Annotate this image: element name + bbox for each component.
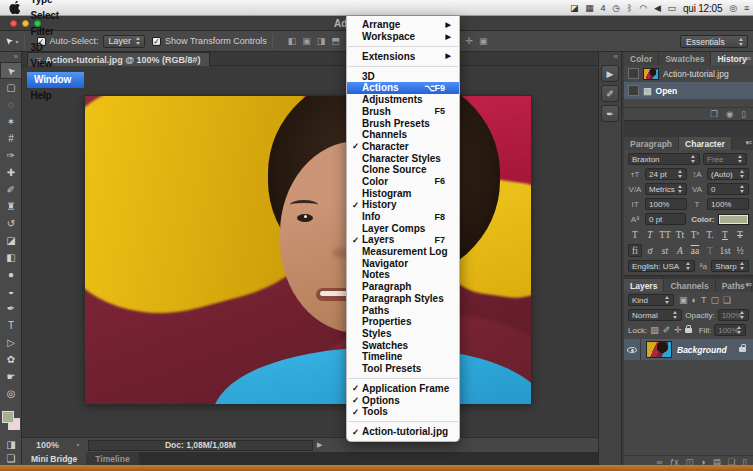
- menu-item-histogram[interactable]: Histogram: [347, 187, 459, 199]
- quick-selection-tool[interactable]: ✶: [0, 113, 22, 130]
- menu-item-properties[interactable]: Properties: [347, 316, 459, 328]
- path-selection-tool[interactable]: ▷: [0, 334, 22, 351]
- history-brush-tool[interactable]: ↺: [0, 215, 22, 232]
- pen-tool[interactable]: ✒: [0, 300, 22, 317]
- crop-tool[interactable]: #: [0, 130, 22, 147]
- menu-item-character[interactable]: ✓ Character: [347, 141, 459, 153]
- history-source-row[interactable]: Action-tutorial.jpg: [624, 65, 753, 82]
- menu-item-measurement-log[interactable]: Measurement Log: [347, 246, 459, 258]
- apple-menu[interactable]: [0, 1, 27, 14]
- menu-item-actions[interactable]: Actions ⌥F9: [347, 82, 459, 94]
- menu-item-color[interactable]: Color F6: [347, 176, 459, 188]
- menubar-clock[interactable]: qui 12:05: [683, 3, 722, 14]
- menu-type[interactable]: Type: [27, 0, 84, 8]
- faux-bold-button[interactable]: T: [628, 228, 642, 241]
- menu-item-application-frame[interactable]: ✓ Application Frame: [347, 383, 459, 395]
- current-tool-badge[interactable]: ➤ ▾: [5, 36, 19, 46]
- kerning-select[interactable]: Metrics: [645, 183, 687, 195]
- menu-item-navigator[interactable]: Navigator: [347, 257, 459, 269]
- menu-item-character-styles[interactable]: Character Styles: [347, 152, 459, 164]
- antialias-select[interactable]: Sharp: [711, 260, 749, 272]
- menu-item-channels[interactable]: Channels: [347, 129, 459, 141]
- auto-select-target-select[interactable]: Layer: [103, 35, 146, 48]
- menu-item-timeline[interactable]: Timeline: [347, 351, 459, 363]
- align-top-edges-icon[interactable]: ⬒: [331, 36, 340, 46]
- stylistic-alternates-button[interactable]: aa: [688, 244, 702, 257]
- strikethrough-button[interactable]: T: [733, 228, 747, 241]
- menu-item-extensions[interactable]: Extensions ▶: [347, 51, 459, 63]
- fractions-button[interactable]: ½: [733, 244, 747, 257]
- show-transform-checkbox[interactable]: ✓: [152, 37, 161, 46]
- lasso-tool[interactable]: ◌: [0, 96, 22, 113]
- menu-item-options[interactable]: ✓ Options: [347, 394, 459, 406]
- lock-transparent-pixels-icon[interactable]: ▨: [650, 325, 659, 335]
- status-menu-icon[interactable]: ◔: [75, 441, 80, 450]
- align-right-edges-icon[interactable]: ◨: [317, 36, 326, 46]
- menu-view[interactable]: View: [27, 56, 84, 72]
- lock-image-pixels-icon[interactable]: ✐: [663, 325, 671, 335]
- count-badge[interactable]: 4: [601, 0, 606, 16]
- menu-item-clone-source[interactable]: Clone Source: [347, 164, 459, 176]
- tab-character[interactable]: Character: [679, 137, 732, 150]
- time-machine-icon[interactable]: ◷: [612, 0, 620, 16]
- menu-item-arrange[interactable]: Arrange ▶: [347, 19, 459, 31]
- all-caps-button[interactable]: TT: [658, 228, 672, 241]
- gradient-tool[interactable]: ◧: [0, 249, 22, 266]
- tab-color[interactable]: Color: [624, 52, 659, 65]
- filter-pixel-layers-icon[interactable]: ▣: [679, 295, 688, 305]
- ordinals-button[interactable]: 1st: [718, 244, 732, 257]
- menu-item-workspace[interactable]: Workspace ▶: [347, 31, 459, 43]
- lock-position-icon[interactable]: ✛: [674, 325, 682, 335]
- fill-select[interactable]: 100%: [714, 324, 746, 336]
- brush-panel-button[interactable]: ✐: [601, 85, 619, 102]
- leading-select[interactable]: (Auto): [707, 168, 749, 180]
- superscript-button[interactable]: Tª: [688, 228, 702, 241]
- panel-menu-icon[interactable]: ▾≡: [745, 281, 751, 289]
- menu-item-paragraph[interactable]: Paragraph: [347, 281, 459, 293]
- filter-type-layers-icon[interactable]: T: [701, 295, 707, 305]
- align-horizontal-centers-icon[interactable]: ▣: [302, 36, 311, 46]
- menu-extra-icon[interactable]: ◪: [570, 0, 578, 16]
- display-menu-icon[interactable]: ▦: [585, 0, 593, 16]
- menu-3d[interactable]: 3D: [27, 40, 84, 56]
- menu-item-tools[interactable]: ✓ Tools: [347, 406, 459, 418]
- font-style-select[interactable]: Free: [703, 153, 747, 165]
- layer-thumbnail[interactable]: [646, 341, 672, 358]
- tab-channels[interactable]: Channels: [664, 279, 715, 292]
- filter-smart-objects-icon[interactable]: ❏: [723, 295, 731, 305]
- actions-panel-button[interactable]: ▶: [601, 65, 619, 82]
- spotlight-icon[interactable]: ◎: [729, 0, 737, 16]
- tab-timeline[interactable]: Timeline: [86, 452, 138, 465]
- faux-italic-button[interactable]: T: [643, 228, 657, 241]
- tab-swatches[interactable]: Swatches: [659, 52, 711, 65]
- menu-item-history[interactable]: ✓ History: [347, 199, 459, 211]
- tab-layers[interactable]: Layers: [624, 279, 664, 292]
- font-family-select[interactable]: Braxton: [628, 153, 700, 165]
- menu-filter[interactable]: Filter: [27, 24, 84, 40]
- menu-item-action-tutorial[interactable]: ✓ Action-tutorial.jpg: [347, 426, 459, 438]
- marquee-tool[interactable]: ▢: [0, 79, 22, 96]
- photo-action-tutorial[interactable]: [85, 96, 531, 404]
- menu-item-layer-comps[interactable]: Layer Comps: [347, 222, 459, 234]
- bluetooth-icon[interactable]: ᛒ: [627, 0, 632, 16]
- battery-icon[interactable]: ▭: [668, 0, 676, 16]
- workspace-select[interactable]: Essentials: [680, 35, 748, 48]
- tab-mini-bridge[interactable]: Mini Bridge: [22, 452, 86, 465]
- discretionary-ligatures-button[interactable]: st: [658, 244, 672, 257]
- new-snapshot-camera-icon[interactable]: ◉: [726, 110, 733, 119]
- small-caps-button[interactable]: Tt: [673, 228, 687, 241]
- menu-item-paths[interactable]: Paths: [347, 304, 459, 316]
- canvas-area[interactable]: [22, 66, 598, 437]
- menu-item-info[interactable]: Info F8: [347, 211, 459, 223]
- menu-window[interactable]: Window: [27, 72, 84, 88]
- close-window-button[interactable]: [10, 20, 17, 27]
- align-left-edges-icon[interactable]: ◧: [288, 36, 297, 46]
- blend-mode-select[interactable]: Normal: [628, 309, 682, 321]
- blur-tool[interactable]: ●: [0, 266, 22, 283]
- menu-item-styles[interactable]: Styles: [347, 328, 459, 340]
- eyedropper-tool[interactable]: ✑: [0, 147, 22, 164]
- tracking-select[interactable]: 0: [707, 183, 749, 195]
- background-lock-icon[interactable]: [739, 347, 746, 352]
- menu-item-paragraph-styles[interactable]: Paragraph Styles: [347, 293, 459, 305]
- status-flyout-arrow-icon[interactable]: ▶: [317, 441, 322, 449]
